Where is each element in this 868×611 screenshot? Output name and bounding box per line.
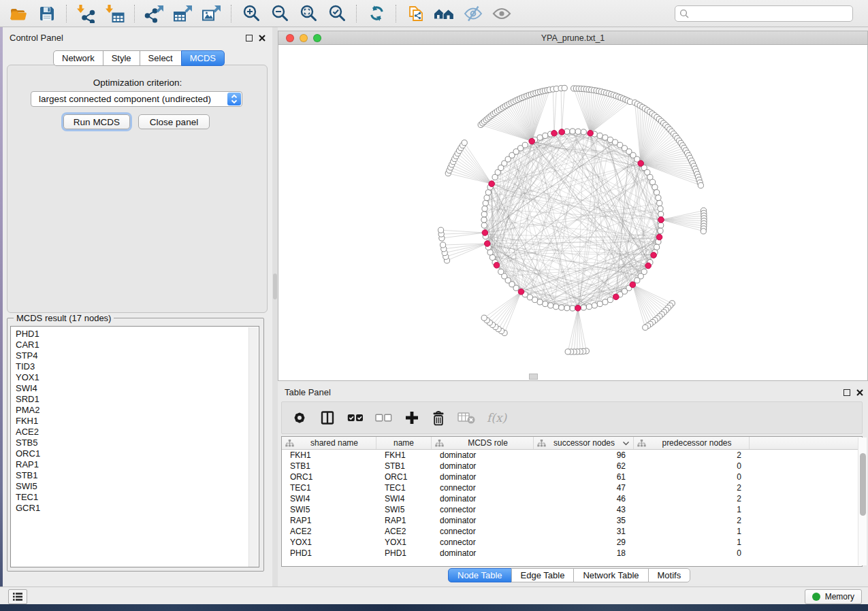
clone-network-button[interactable] (402, 2, 430, 25)
column-header-predecessor-nodes[interactable]: predecessor nodes (634, 437, 750, 449)
cell-shared-name: STB1 (282, 461, 376, 471)
tab-node-table[interactable]: Node Table (448, 568, 512, 582)
eye-icon (492, 5, 511, 22)
import-network-button[interactable] (72, 2, 101, 25)
cell-name: ORC1 (376, 472, 432, 482)
status-bar: Memory (0, 587, 868, 604)
table-row-swi5[interactable]: SWI5SWI5connector431 (282, 504, 862, 515)
zoom-fit-button[interactable] (294, 2, 323, 25)
tab-select[interactable]: Select (140, 50, 182, 66)
delete-column-button[interactable] (431, 410, 446, 427)
export-table-button[interactable] (169, 2, 197, 25)
mcds-result-item[interactable]: YOX1 (11, 372, 259, 383)
close-panel-icon[interactable] (258, 34, 266, 42)
mcds-list-scrollbar[interactable] (248, 327, 258, 567)
network-canvas[interactable] (278, 45, 867, 380)
cell-shared-name: FKH1 (282, 450, 376, 460)
export-image-button[interactable] (197, 2, 226, 25)
run-mcds-button[interactable]: Run MCDS (63, 114, 130, 129)
control-panel: Control Panel NetworkStyleSelectMCDS Opt… (3, 27, 272, 587)
mcds-result-item[interactable]: SWI5 (11, 481, 259, 492)
import-table-button[interactable] (101, 2, 129, 25)
mcds-result-item[interactable]: FKH1 (11, 416, 259, 427)
column-header-shared-name[interactable]: shared name (282, 437, 376, 449)
table-panel: Table Panel (278, 383, 868, 584)
mcds-result-item[interactable]: ORC1 (11, 448, 259, 459)
mcds-result-item[interactable]: SRD1 (11, 394, 259, 405)
export-network-button[interactable] (140, 2, 169, 25)
mcds-result-item[interactable]: TID3 (11, 361, 259, 372)
zoom-out-button[interactable] (266, 2, 294, 25)
table-row-phd1[interactable]: PHD1PHD1dominator180 (282, 548, 862, 559)
mcds-result-item[interactable]: PHD1 (11, 329, 259, 340)
column-header-successor-nodes[interactable]: successor nodes (534, 437, 634, 449)
save-session-button[interactable] (33, 2, 61, 25)
column-header-mcds-role[interactable]: MCDS role (432, 437, 534, 449)
splitter-grip[interactable] (529, 374, 538, 380)
deselect-all-rows-button[interactable] (375, 414, 393, 422)
panel-divider[interactable] (272, 27, 278, 587)
network-window-titlebar[interactable]: YPA_prune.txt_1 (278, 31, 867, 45)
table-row-fkh1[interactable]: FKH1FKH1dominator962 (282, 450, 862, 461)
mcds-result-item[interactable]: TEC1 (11, 492, 259, 503)
create-column-button[interactable] (404, 410, 419, 425)
mcds-result-item[interactable]: STP4 (11, 350, 259, 361)
mcds-result-item[interactable]: GCR1 (11, 503, 259, 514)
table-row-yox1[interactable]: YOX1YOX1connector291 (282, 537, 862, 548)
optimization-criterion-label: Optimization criterion: (3, 78, 272, 88)
optimization-criterion-select[interactable]: largest connected component (undirected) (31, 91, 242, 107)
mcds-result-item[interactable]: SWI4 (11, 383, 259, 394)
cell-successor-nodes: 61 (534, 472, 634, 482)
cell-shared-name: YOX1 (282, 538, 376, 547)
select-all-rows-button[interactable] (347, 414, 364, 422)
import-network-icon (76, 4, 97, 23)
network-window-title: YPA_prune.txt_1 (278, 33, 867, 43)
mcds-result-item[interactable]: RAP1 (11, 459, 259, 470)
table-settings-button[interactable] (291, 410, 308, 426)
tab-edge-table[interactable]: Edge Table (511, 568, 575, 582)
selected-option: largest connected component (undirected) (31, 94, 227, 104)
cell-mcds-role: dominator (432, 548, 534, 558)
cell-name: SWI4 (376, 494, 432, 503)
cell-predecessor-nodes: 0 (634, 548, 750, 558)
mcds-result-item[interactable]: ACE2 (11, 427, 259, 437)
first-neighbors-button[interactable] (430, 2, 459, 25)
toolbar-separator (134, 5, 135, 22)
zoom-in-button[interactable] (237, 2, 266, 25)
show-columns-button[interactable] (319, 410, 336, 426)
select-stepper[interactable] (227, 93, 241, 105)
table-row-rap1[interactable]: RAP1RAP1dominator352 (282, 515, 862, 526)
mcds-result-item[interactable]: STB1 (11, 470, 259, 481)
table-row-tec1[interactable]: TEC1TEC1connector472 (282, 482, 862, 493)
memory-button[interactable]: Memory (805, 589, 862, 604)
mcds-result-item[interactable]: PMA2 (11, 405, 259, 416)
tab-motifs[interactable]: Motifs (648, 568, 691, 582)
cell-shared-name: SWI5 (282, 505, 376, 514)
mcds-result-item[interactable]: STB5 (11, 437, 259, 448)
divider-scroll-thumb[interactable] (273, 274, 277, 299)
hide-selected-button[interactable] (459, 2, 487, 25)
tab-style[interactable]: Style (103, 50, 140, 66)
tab-mcds[interactable]: MCDS (181, 50, 225, 66)
refresh-view-button[interactable] (362, 2, 391, 25)
table-row-ace2[interactable]: ACE2ACE2connector311 (282, 526, 862, 537)
tab-network[interactable]: Network (53, 50, 103, 66)
open-file-button[interactable] (4, 2, 33, 25)
float-panel-icon[interactable] (246, 35, 253, 42)
table-row-stb1[interactable]: STB1STB1dominator620 (282, 461, 862, 472)
show-all-button[interactable] (487, 2, 516, 25)
search-input[interactable] (692, 8, 848, 19)
column-header-name[interactable]: name (376, 437, 432, 449)
show-console-button[interactable] (8, 589, 27, 604)
mcds-result-item[interactable]: CAR1 (11, 340, 259, 350)
close-panel-icon[interactable] (856, 389, 864, 397)
float-panel-icon[interactable] (843, 389, 850, 396)
table-scrollbar-thumb[interactable] (860, 453, 866, 516)
search-field[interactable] (675, 5, 853, 22)
tab-network-table[interactable]: Network Table (573, 568, 648, 582)
table-row-orc1[interactable]: ORC1ORC1dominator610 (282, 472, 862, 482)
close-panel-button[interactable]: Close panel (138, 114, 210, 129)
zoom-selected-button[interactable] (323, 2, 351, 25)
table-row-swi4[interactable]: SWI4SWI4dominator462 (282, 493, 862, 504)
cell-successor-nodes: 46 (534, 494, 634, 503)
